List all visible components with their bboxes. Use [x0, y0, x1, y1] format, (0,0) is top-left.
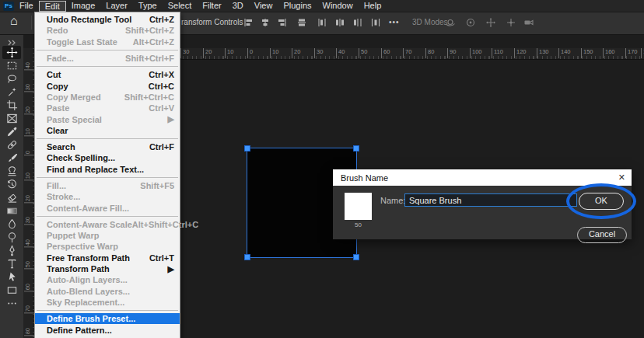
edit-menu-item[interactable]: Define Brush Preset...: [35, 313, 180, 324]
3d-pan-icon[interactable]: [485, 17, 496, 28]
tool-brush[interactable]: [2, 152, 21, 165]
tool-healing-brush[interactable]: [2, 138, 21, 152]
tool-history-brush[interactable]: [2, 178, 21, 191]
edit-menu-item[interactable]: Content-Aware Fill...: [35, 202, 180, 213]
tool-frame[interactable]: [2, 112, 21, 125]
edit-menu-item[interactable]: Undo Rectangle Tool Ctrl+Z: [35, 14, 180, 25]
menubar-item[interactable]: 3D: [227, 0, 249, 12]
tool-path-selection[interactable]: [2, 270, 21, 284]
edit-menu-item[interactable]: Clear: [35, 125, 180, 136]
menubar-item[interactable]: Edit: [39, 1, 66, 12]
menubar-item[interactable]: Image: [66, 0, 101, 12]
tool-blur[interactable]: [2, 218, 21, 231]
edit-menu-item[interactable]: Free Transform Path Ctrl+T: [35, 253, 180, 263]
menu-item-label: Define Brush Preset...: [47, 314, 135, 323]
tool-eraser[interactable]: [2, 191, 21, 204]
distribute-spacing-icon[interactable]: [370, 17, 381, 28]
edit-menu-item[interactable]: Content-Aware Scale Alt+Shift+Ctrl+C: [35, 219, 180, 230]
tool-lasso[interactable]: [2, 72, 21, 85]
edit-menu-item[interactable]: Auto-Align Layers...: [35, 274, 180, 285]
edit-menu-item[interactable]: Copy Ctrl+C: [35, 80, 180, 91]
distribute-center-icon[interactable]: [334, 17, 345, 28]
name-label: Name:: [380, 196, 405, 205]
3d-roll-icon[interactable]: [465, 17, 476, 28]
tool-object-selection[interactable]: [2, 85, 21, 99]
menubar-item[interactable]: View: [249, 0, 278, 12]
hruler-tick: 60: [381, 48, 390, 58]
edit-menu-item[interactable]: Find and Replace Text...: [35, 164, 180, 175]
vruler-tick: 20: [24, 106, 34, 114]
menubar-item[interactable]: Window: [317, 0, 359, 12]
tool-gradient[interactable]: [2, 204, 21, 218]
edit-menu-item[interactable]: Paste Ctrl+V: [35, 103, 180, 113]
menubar-item[interactable]: Layer: [100, 0, 133, 12]
menu-item-label: Fade...: [47, 54, 74, 63]
menubar-item[interactable]: Type: [133, 0, 163, 12]
menu-item-label: Content-Aware Scale: [47, 220, 132, 229]
3d-orbit-icon[interactable]: [445, 17, 456, 28]
brush-preview-thumbnail: [345, 193, 372, 220]
menubar-item[interactable]: Filter: [197, 0, 226, 12]
edit-menu-item[interactable]: Cut Ctrl+X: [35, 69, 180, 80]
3d-camera-icon[interactable]: [523, 17, 534, 28]
align-vertical-centers-icon[interactable]: [296, 17, 307, 28]
edit-menu-item[interactable]: [37, 66, 178, 67]
edit-menu-item[interactable]: Toggle Last State Alt+Ctrl+Z: [35, 37, 180, 47]
menubar-item[interactable]: Help: [359, 0, 387, 12]
tool-rectangular-marquee[interactable]: [2, 59, 21, 72]
menubar-item[interactable]: Select: [163, 0, 198, 12]
dialog-title: Brush Name: [341, 173, 388, 183]
dialog-title-bar[interactable]: Brush Name ✕: [333, 169, 632, 186]
distribute-left-icon[interactable]: [317, 17, 327, 28]
close-icon[interactable]: ✕: [618, 172, 625, 183]
tool-rectangle[interactable]: [2, 284, 21, 297]
transform-handle-top-right[interactable]: [353, 145, 359, 152]
tool-crop[interactable]: [2, 99, 21, 112]
edit-menu-item[interactable]: Fade... Shift+Ctrl+F: [35, 53, 180, 64]
collapse-panel-icon[interactable]: [7, 36, 16, 45]
edit-menu-item[interactable]: Fill... Shift+F5: [35, 180, 180, 191]
tool-pen[interactable]: [2, 244, 21, 257]
align-left-edges-icon[interactable]: [243, 17, 254, 28]
menu-item-label: Paste: [47, 103, 69, 113]
edit-menu-item[interactable]: Search Ctrl+F: [35, 141, 180, 152]
align-right-edges-icon[interactable]: [277, 17, 288, 28]
tool-move[interactable]: [2, 46, 21, 59]
tool-type[interactable]: [2, 257, 21, 270]
edit-menu-item[interactable]: Perspective Warp: [35, 241, 180, 252]
show-transform-controls-label[interactable]: ransform Controls: [181, 18, 243, 26]
transform-handle-bottom-right[interactable]: [353, 254, 359, 260]
edit-menu-item[interactable]: Check Spelling...: [35, 152, 180, 163]
edit-menu-item[interactable]: Transform Path ▶: [35, 263, 180, 274]
home-icon[interactable]: ⌂: [10, 14, 18, 28]
transform-handle-top-left[interactable]: [244, 145, 250, 152]
edit-menu-item[interactable]: [37, 310, 178, 311]
edit-menu-item[interactable]: [37, 138, 178, 139]
edit-menu-item[interactable]: Sky Replacement...: [35, 297, 180, 308]
transform-handle-bottom-left[interactable]: [244, 254, 250, 260]
edit-menu-item[interactable]: [37, 50, 178, 51]
edit-menu-item[interactable]: Copy Merged Shift+Ctrl+C: [35, 92, 180, 103]
edit-menu-item[interactable]: Puppet Warp: [35, 230, 180, 241]
edit-menu-item[interactable]: Paste Special ▶: [35, 113, 180, 124]
more-options-icon[interactable]: •••: [389, 18, 400, 26]
menubar-item[interactable]: File: [14, 0, 39, 12]
edit-menu-item[interactable]: Redo Shift+Ctrl+Z: [35, 25, 180, 36]
brush-name-input[interactable]: [404, 193, 577, 207]
edit-menu-item[interactable]: [37, 216, 178, 217]
edit-menu-item[interactable]: [37, 177, 178, 178]
tool-clone-stamp[interactable]: [2, 165, 21, 178]
menu-item-label: Auto-Blend Layers...: [47, 287, 130, 296]
menubar-item[interactable]: Plugins: [278, 0, 317, 12]
hruler-tick: 130: [537, 48, 549, 58]
3d-slide-icon[interactable]: [506, 17, 516, 28]
tool-more[interactable]: [2, 297, 21, 310]
distribute-right-icon[interactable]: [352, 17, 363, 28]
edit-menu-item[interactable]: Auto-Blend Layers...: [35, 286, 180, 297]
cancel-button[interactable]: Cancel: [577, 227, 627, 243]
edit-menu-item[interactable]: Stroke...: [35, 191, 180, 202]
align-horizontal-centers-icon[interactable]: [260, 17, 271, 28]
edit-menu-item[interactable]: Define Pattern...: [35, 324, 180, 335]
tool-eyedropper[interactable]: [2, 125, 21, 138]
tool-dodge[interactable]: [2, 231, 21, 244]
